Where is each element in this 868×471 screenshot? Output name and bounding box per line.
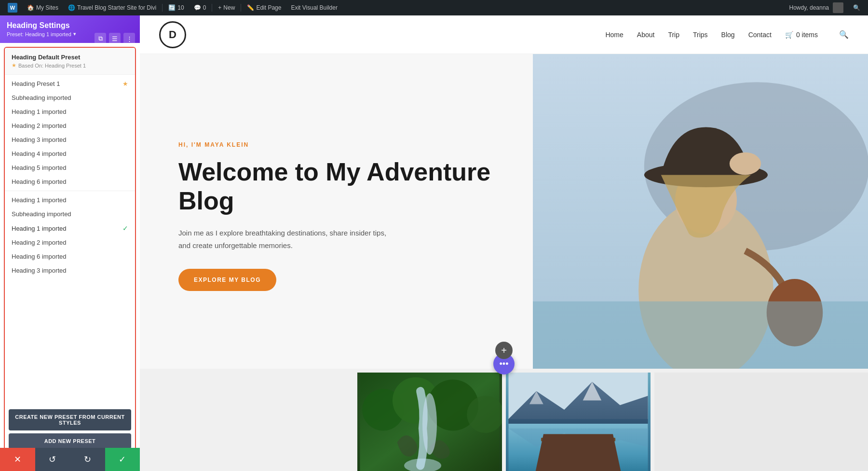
site-logo: D	[159, 21, 186, 48]
preset-label-8: Heading 1 imported	[12, 196, 66, 204]
undo-button[interactable]: ↺	[35, 448, 70, 471]
avatar	[833, 2, 843, 13]
search-bar-item[interactable]: 🔍	[849, 0, 864, 15]
explore-button[interactable]: EXPLORE MY BLOG	[178, 269, 276, 291]
user-greeting-item[interactable]: Howdy, deanna	[786, 0, 848, 15]
hero-section: HI, I'M MAYA KLEIN Welcome to My Adventu…	[140, 54, 868, 369]
preset-label-1: Subheading imported	[12, 94, 71, 101]
default-preset-based: ★ Based On: Heading Preset 1	[12, 62, 128, 69]
list-item[interactable]: Subheading imported	[5, 91, 135, 105]
panel-header: Heading Settings Preset: Heading 1 impor…	[0, 15, 140, 43]
list-item[interactable]: Heading Preset 1 ★	[5, 77, 135, 91]
list-item[interactable]: Heading 4 imported	[5, 147, 135, 161]
bottom-buttons: CREATE NEW PRESET FROM CURRENT STYLES AD…	[5, 405, 135, 451]
redo-icon: ↻	[84, 454, 91, 465]
site-nav-links: Home About Trip Trips Blog Contact 🛒 0 i…	[605, 30, 849, 39]
star-button-0[interactable]: ★	[122, 80, 128, 87]
preset-label-4: Heading 3 imported	[12, 136, 66, 143]
preset-label-2: Heading 1 imported	[12, 108, 66, 115]
hero-image	[533, 54, 868, 369]
left-panel: Heading Settings Preset: Heading 1 impor…	[0, 15, 140, 471]
gallery-section	[140, 369, 868, 471]
new-item[interactable]: + New	[214, 0, 239, 15]
list-item[interactable]: Heading 3 imported	[5, 263, 135, 277]
exit-builder-item[interactable]: Exit Visual Builder	[287, 0, 341, 15]
admin-bar: W 🏠 My Sites 🌐 Travel Blog Starter Site …	[0, 0, 868, 15]
site-name-item[interactable]: 🌐 Travel Blog Starter Site for Divi	[64, 0, 160, 15]
gallery-empty	[140, 373, 353, 471]
list-item[interactable]: Heading 1 imported	[5, 105, 135, 119]
nav-home[interactable]: Home	[605, 31, 623, 39]
default-preset-name: Heading Default Preset	[12, 54, 128, 61]
gallery-spacer	[654, 373, 868, 471]
list-item[interactable]: Heading 1 imported	[5, 193, 135, 207]
nav-trips[interactable]: Trips	[693, 31, 708, 39]
hero-description: Join me as I explore breathtaking destin…	[178, 227, 391, 251]
preset-label-13: Heading 3 imported	[12, 267, 66, 274]
list-item[interactable]: Heading 2 imported	[5, 236, 135, 249]
preset-label-10: Heading 1 imported	[12, 225, 66, 232]
preset-label-0: Heading Preset 1	[12, 80, 60, 87]
cancel-button[interactable]: ✕	[0, 448, 35, 471]
list-item[interactable]: Heading 3 imported	[5, 133, 135, 147]
globe-icon: 🌐	[68, 4, 75, 11]
add-preset-button[interactable]: ADD NEW PRESET	[9, 433, 131, 449]
wp-logo: W	[8, 3, 17, 13]
dock-image	[506, 373, 651, 471]
panel-more-button[interactable]: ⋮	[123, 33, 135, 44]
list-item[interactable]: Heading 6 imported	[5, 175, 135, 189]
gallery-waterfall	[357, 373, 502, 471]
waterfall-image	[357, 373, 502, 471]
nav-trip[interactable]: Trip	[668, 31, 679, 39]
based-on-text: Based On: Heading Preset 1	[18, 63, 86, 69]
cart-count: 0 items	[796, 31, 818, 39]
svg-rect-7	[533, 302, 868, 369]
nav-contact[interactable]: Contact	[748, 31, 772, 39]
site-nav: D Home About Trip Trips Blog Contact 🛒 0…	[140, 15, 868, 54]
edit-page-item[interactable]: ✏️ Edit Page	[243, 0, 285, 15]
nav-blog[interactable]: Blog	[721, 31, 735, 39]
undo-icon: ↺	[49, 454, 56, 465]
list-item[interactable]: Heading 1 imported ✓	[5, 221, 135, 236]
preset-label-11: Heading 2 imported	[12, 239, 66, 246]
preset-label-5: Heading 4 imported	[12, 150, 66, 157]
bottom-toolbar: ✕ ↺ ↻ ✓	[0, 448, 140, 471]
hero-right	[533, 54, 868, 369]
panel-header-actions: ⧉ ☰ ⋮	[95, 33, 135, 44]
preset-label-3: Heading 2 imported	[12, 122, 66, 129]
search-nav-icon[interactable]: 🔍	[839, 30, 849, 39]
nav-about[interactable]: About	[637, 31, 655, 39]
preset-dropdown-area: Heading Default Preset ★ Based On: Headi…	[4, 47, 136, 467]
wp-logo-item[interactable]: W	[4, 0, 21, 15]
main-wrapper: Heading Settings Preset: Heading 1 impor…	[0, 0, 868, 471]
list-item[interactable]: Subheading imported	[5, 207, 135, 221]
default-preset-item[interactable]: Heading Default Preset ★ Based On: Headi…	[5, 48, 135, 75]
list-item[interactable]: Heading 5 imported	[5, 161, 135, 175]
hero-title: Welcome to My Adventure Blog	[178, 158, 504, 216]
cancel-icon: ✕	[14, 454, 21, 465]
preset-label-7: Heading 6 imported	[12, 178, 66, 185]
list-item[interactable]: Heading 6 imported	[5, 249, 135, 263]
panel-menu-button[interactable]: ☰	[109, 33, 121, 44]
panel-subtitle-text: Preset: Heading 1 imported	[7, 31, 71, 37]
comments-item[interactable]: 💬 0	[190, 0, 210, 15]
list-item[interactable]: Heading 2 imported	[5, 119, 135, 133]
edit-icon: ✏️	[247, 4, 254, 11]
create-preset-button[interactable]: CREATE NEW PRESET FROM CURRENT STYLES	[9, 409, 131, 430]
save-button[interactable]: ✓	[105, 448, 140, 471]
right-content: D Home About Trip Trips Blog Contact 🛒 0…	[140, 15, 868, 471]
hero-tag: HI, I'M MAYA KLEIN	[178, 141, 504, 148]
updates-item[interactable]: 🔄 10	[164, 0, 188, 15]
edit-page-label: Edit Page	[256, 4, 281, 11]
cart-area[interactable]: 🛒 0 items	[785, 31, 818, 39]
chevron-down-icon[interactable]: ▾	[73, 31, 76, 37]
preset-label-6: Heading 5 imported	[12, 164, 66, 171]
hero-left: HI, I'M MAYA KLEIN Welcome to My Adventu…	[140, 54, 533, 369]
my-sites-item[interactable]: 🏠 My Sites	[23, 0, 62, 15]
cart-icon: 🛒	[785, 31, 793, 39]
redo-button[interactable]: ↻	[70, 448, 105, 471]
save-icon: ✓	[119, 454, 126, 465]
panel-expand-button[interactable]: ⧉	[95, 33, 106, 44]
presets-list[interactable]: Heading Preset 1 ★ Subheading imported H…	[5, 75, 135, 405]
add-section-button[interactable]: +	[495, 342, 513, 359]
